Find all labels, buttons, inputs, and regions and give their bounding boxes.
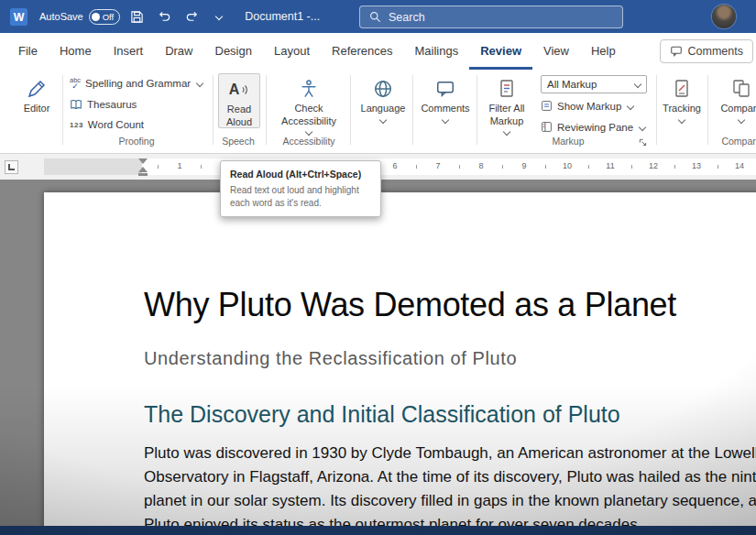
show-markup-label: Show Markup	[557, 101, 621, 112]
document-canvas: Why Pluto Was Demoted as a Planet Unders…	[0, 180, 756, 526]
filter-all-markup-button[interactable]: Filter All Markup	[482, 73, 531, 135]
avatar[interactable]	[712, 5, 736, 28]
word-count-label: Word Count	[88, 119, 144, 130]
autosave-label: AutoSave	[39, 11, 83, 22]
body-line: Pluto was discovered in 1930 by Clyde To…	[144, 442, 756, 465]
tracking-label: Tracking	[663, 103, 701, 115]
check-accessibility-label-1: Check	[294, 103, 323, 115]
left-indent-marker[interactable]	[138, 173, 148, 176]
ruler-number: 1	[173, 161, 186, 170]
chevron-down-icon	[215, 13, 223, 20]
filter-all-markup-label-1: Filter All	[488, 103, 524, 115]
editor-button[interactable]: Editor	[13, 73, 60, 115]
undo-button[interactable]	[153, 5, 175, 27]
tab-draw[interactable]: Draw	[154, 33, 203, 70]
read-aloud-tooltip: Read Aloud (Alt+Ctrl+Space) Read text ou…	[220, 160, 381, 217]
tab-help[interactable]: Help	[580, 33, 627, 70]
save-button[interactable]	[126, 5, 148, 27]
autosave-state: Off	[103, 12, 115, 22]
check-accessibility-label-2: Accessibility	[281, 115, 336, 127]
search-input[interactable]: Search	[359, 5, 623, 28]
show-markup-button[interactable]: Show Markup	[541, 100, 633, 112]
group-separator	[213, 75, 214, 145]
chevron-down-icon	[738, 115, 745, 123]
group-separator	[707, 75, 708, 145]
chevron-down-icon	[639, 123, 646, 130]
word-logo-icon: W	[9, 7, 28, 27]
chevron-down-icon	[503, 128, 510, 136]
body-paragraph: Pluto was discovered in 1930 by Clyde To…	[144, 442, 756, 535]
ribbon-comments-label: Comments	[421, 103, 469, 115]
ribbon-tab-row: File Home Insert Draw Design Layout Refe…	[0, 33, 756, 71]
tab-references[interactable]: References	[321, 33, 403, 70]
redo-button[interactable]	[181, 5, 203, 27]
first-line-indent-marker[interactable]	[138, 158, 148, 164]
filter-markup-icon	[498, 76, 516, 102]
group-separator	[477, 75, 477, 145]
ruler-number: 9	[518, 161, 531, 170]
spelling-grammar-button[interactable]: abc✓ Spelling and Grammar	[70, 77, 203, 90]
reviewing-pane-icon	[541, 121, 553, 133]
comments-button-label: Comments	[688, 45, 743, 58]
chevron-down-icon	[627, 102, 634, 109]
read-aloud-label-2: Aloud	[226, 116, 252, 128]
ruler-number: 12	[647, 161, 660, 170]
group-separator	[350, 75, 351, 145]
document-page[interactable]: Why Pluto Was Demoted as a Planet Unders…	[44, 192, 756, 535]
hanging-indent-marker[interactable]	[138, 167, 148, 172]
tab-view[interactable]: View	[532, 33, 580, 70]
reviewing-pane-button[interactable]: Reviewing Pane	[541, 121, 645, 133]
reviewing-pane-label: Reviewing Pane	[557, 122, 633, 133]
compare-button[interactable]: Compare	[715, 73, 756, 123]
ribbon: Editor abc✓ Spelling and Grammar Thesaur…	[0, 70, 756, 154]
word-count-button[interactable]: 123 Word Count	[70, 119, 144, 130]
tab-mailings[interactable]: Mailings	[404, 33, 470, 70]
chevron-down-icon	[678, 115, 685, 123]
tab-selector[interactable]	[5, 160, 18, 174]
tab-design[interactable]: Design	[204, 33, 263, 70]
tab-layout[interactable]: Layout	[263, 33, 321, 70]
markup-dialog-launcher[interactable]	[636, 136, 649, 148]
chevron-down-icon	[442, 115, 449, 123]
comments-button[interactable]: Comments	[660, 39, 753, 63]
spelling-icon: abc✓	[70, 77, 81, 90]
document-subtitle: Understanding the Reclassification of Pl…	[144, 348, 517, 369]
ruler-number: 10	[561, 161, 574, 170]
read-aloud-button[interactable]: A Read Aloud	[218, 73, 260, 128]
language-icon	[373, 76, 393, 102]
show-markup-icon	[541, 100, 553, 112]
tab-stop-icon	[8, 164, 15, 170]
document-title: Document1 -...	[245, 10, 320, 23]
compare-icon	[731, 76, 751, 102]
editor-icon	[26, 76, 48, 102]
toggle-knob	[92, 13, 100, 21]
accessibility-group-label: Accessibility	[273, 136, 345, 147]
filter-all-markup-label-2: Markup	[490, 115, 524, 127]
chevron-down-icon	[634, 81, 641, 88]
ribbon-comments-button[interactable]: Comments	[418, 73, 473, 123]
chevron-down-icon	[196, 80, 203, 87]
tab-review[interactable]: Review	[469, 33, 532, 70]
tab-insert[interactable]: Insert	[103, 33, 155, 70]
tab-home[interactable]: Home	[49, 33, 103, 70]
chevron-down-icon	[305, 128, 312, 136]
customize-quick-access-button[interactable]	[208, 5, 230, 27]
autosave-toggle[interactable]: AutoSave Off	[39, 9, 120, 25]
thesaurus-icon	[70, 98, 82, 111]
word-count-icon: 123	[70, 121, 83, 129]
group-separator	[62, 75, 63, 145]
check-accessibility-button[interactable]: Check Accessibility	[273, 73, 345, 135]
language-button[interactable]: Language	[357, 73, 409, 123]
ruler-margin-zone	[44, 158, 142, 175]
accessibility-icon	[299, 76, 319, 102]
search-placeholder: Search	[389, 11, 425, 24]
speech-group-label: Speech	[218, 136, 258, 147]
tab-file[interactable]: File	[7, 33, 49, 70]
all-markup-dropdown[interactable]: All Markup	[541, 75, 647, 93]
thesaurus-button[interactable]: Thesaurus	[70, 98, 137, 111]
spelling-label: Spelling and Grammar	[85, 78, 191, 89]
proofing-group-label: Proofing	[70, 136, 203, 147]
tooltip-body: Read text out loud and highlight each wo…	[230, 184, 369, 209]
group-separator	[266, 75, 267, 145]
tracking-button[interactable]: Tracking	[662, 73, 702, 123]
